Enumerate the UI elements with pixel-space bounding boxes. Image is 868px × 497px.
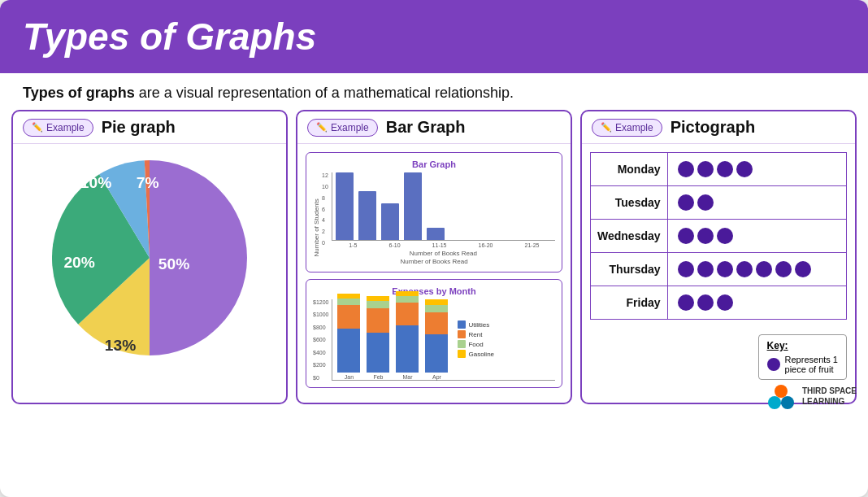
dot xyxy=(717,261,733,277)
key-dot xyxy=(767,358,780,371)
pie-example-label: Example xyxy=(46,122,85,133)
picto-example-badge: ✏️ Example xyxy=(592,119,662,137)
bar-21-25 xyxy=(427,228,445,240)
bar-panel-title: Bar Graph xyxy=(386,118,466,137)
dot xyxy=(697,294,714,311)
picto-panel-title: Pictograph xyxy=(671,118,755,137)
dot xyxy=(678,294,694,311)
subtitle-rest: are a visual representation of a mathema… xyxy=(135,85,514,101)
bar-chart1-y-ticks: 0 2 4 6 8 10 12 xyxy=(322,172,328,246)
bar-chart1-x-labels: 1-5 6-10 11-15 16-20 21-25 xyxy=(332,242,555,248)
picto-row-wednesday: Wednesday xyxy=(591,220,847,253)
bar-example-label: Example xyxy=(331,122,369,133)
key-title: Key: xyxy=(767,340,838,351)
pie-panel-title: Pie graph xyxy=(102,118,176,137)
bar-chart1-x-axis-label: Number of Books Read xyxy=(332,250,555,257)
bar-group-21-25 xyxy=(427,228,445,240)
bar-chart-2: Expenses by Month $0 $200 $400 $600 $800… xyxy=(306,279,562,388)
bar-16-20 xyxy=(404,172,422,240)
bar-panel-body: Bar Graph Number of Students 0 2 4 6 8 xyxy=(297,144,571,403)
bar-panel-header: ✏️ Example Bar Graph xyxy=(297,111,571,144)
pie-panel-header: ✏️ Example Pie graph xyxy=(13,111,286,144)
picto-panel-body: Monday Tuesday xyxy=(582,144,855,388)
dot xyxy=(697,194,714,211)
pie-label-10: 10% xyxy=(80,174,111,191)
dot xyxy=(717,228,733,244)
pie-label-13: 13% xyxy=(105,337,136,354)
x-label-16-20: 16-20 xyxy=(479,242,493,248)
bar-group-6-10 xyxy=(358,191,376,240)
bar-panel: ✏️ Example Bar Graph Bar Graph Number of… xyxy=(296,110,572,404)
legend-food: Food xyxy=(458,340,494,348)
dot xyxy=(775,261,792,277)
stacked-bar-jan xyxy=(337,294,360,373)
stacked-bar-feb xyxy=(367,296,389,373)
picto-row-friday: Friday xyxy=(591,286,847,320)
dot xyxy=(717,161,733,177)
panels-container: ✏️ Example Pie graph xyxy=(0,110,868,416)
pie-example-badge: ✏️ Example xyxy=(23,119,93,137)
picto-row-monday: Monday xyxy=(591,153,847,186)
picto-dots-thursday xyxy=(675,258,840,281)
stacked-bars-inner: Jan Feb xyxy=(332,299,555,381)
key-box: Key: Represents 1piece of fruit xyxy=(758,334,847,380)
bar-chart1-title: Bar Graph xyxy=(313,159,555,169)
dot xyxy=(756,261,772,277)
picto-row-thursday: Thursday xyxy=(591,253,847,286)
bar-group-16-20 xyxy=(404,172,422,240)
bar-chart1-x-title: Number of Books Read xyxy=(313,258,555,265)
stacked-col-mar: Mar xyxy=(396,291,419,380)
bar-11-15 xyxy=(381,203,399,240)
subtitle-bold: Types of graphs xyxy=(23,85,135,101)
picto-dots-tuesday xyxy=(675,191,840,214)
x-label-6-10: 6-10 xyxy=(389,242,401,248)
bar-6-10 xyxy=(358,191,376,240)
pie-panel-body: 50% 13% 20% 10% 7% xyxy=(13,144,286,372)
pie-label-20: 20% xyxy=(63,254,94,271)
dot xyxy=(795,261,811,277)
tsl-line2: LEARNING xyxy=(802,396,857,407)
picto-dots-friday xyxy=(675,291,840,314)
picto-example-label: Example xyxy=(615,122,653,133)
picto-row-tuesday: Tuesday xyxy=(591,186,847,220)
bar-group-11-15 xyxy=(381,203,399,240)
picto-day-monday: Monday xyxy=(591,153,668,186)
bars-inner-1 xyxy=(332,172,555,241)
svg-point-2 xyxy=(775,385,788,398)
key-text: Represents 1piece of fruit xyxy=(785,355,838,374)
pie-label-7: 7% xyxy=(137,174,159,191)
tsl-line1: THIRD SPACE xyxy=(802,386,857,396)
dot xyxy=(678,161,694,177)
legend-gasoline: Gasoline xyxy=(458,350,494,358)
picto-day-friday: Friday xyxy=(591,286,668,320)
picto-dots-monday xyxy=(675,158,840,181)
stacked-bar-apr xyxy=(425,299,448,373)
svg-point-1 xyxy=(781,396,794,409)
picto-table: Monday Tuesday xyxy=(590,152,847,320)
x-label-11-15: 11-15 xyxy=(432,242,447,248)
picto-day-thursday: Thursday xyxy=(591,253,668,286)
legend-utilities: Utilities xyxy=(458,320,494,329)
bar-1-5 xyxy=(336,172,354,240)
dot xyxy=(697,228,714,244)
picto-day-wednesday: Wednesday xyxy=(591,220,668,253)
tsl-text: THIRD SPACE LEARNING xyxy=(802,386,857,407)
tsl-logo: THIRD SPACE LEARNING xyxy=(765,380,857,412)
dot xyxy=(678,261,694,277)
pencil-icon-bar: ✏️ xyxy=(316,122,328,133)
dot xyxy=(717,294,733,311)
pencil-icon-picto: ✏️ xyxy=(601,122,612,133)
key-container: Key: Represents 1piece of fruit xyxy=(590,326,847,380)
page: Types of Graphs Types of graphs are a vi… xyxy=(0,0,868,497)
pie-panel: ✏️ Example Pie graph xyxy=(11,110,288,404)
page-title: Types of Graphs xyxy=(23,15,845,59)
pie-chart: 50% 13% 20% 10% 7% xyxy=(52,160,247,355)
dot xyxy=(678,194,694,211)
tsl-icon-svg xyxy=(765,380,797,412)
stacked-col-apr: Apr xyxy=(425,299,448,380)
bar-chart-1: Bar Graph Number of Students 0 2 4 6 8 xyxy=(306,152,562,272)
stacked-y-ticks: $0 $200 $400 $600 $800 $1000 $1200 xyxy=(313,299,328,381)
picto-panel: ✏️ Example Pictograph Monday xyxy=(580,110,857,404)
header: Types of Graphs xyxy=(0,0,868,73)
bar-example-badge: ✏️ Example xyxy=(307,119,378,137)
